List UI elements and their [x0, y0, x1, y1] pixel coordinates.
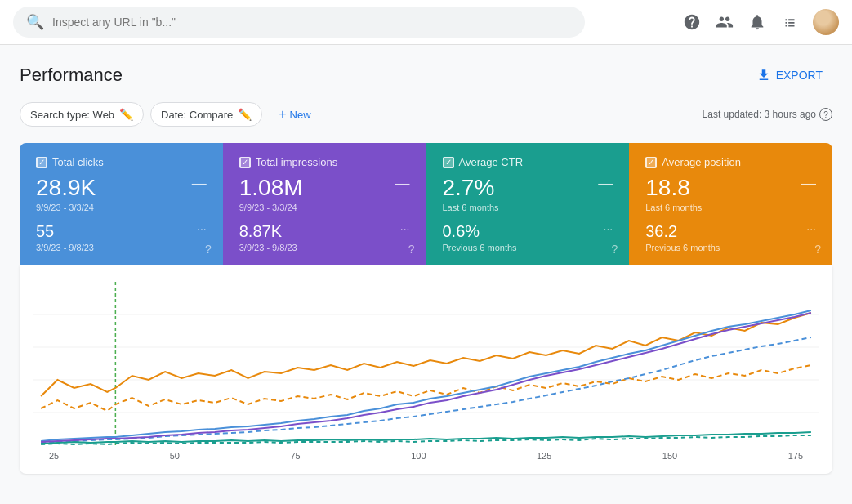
new-label: New	[290, 109, 311, 121]
ctr-compare-value: 0.6%	[443, 222, 480, 241]
position-checkbox[interactable]: ✓	[645, 157, 657, 168]
ctr-compare-period: Previous 6 months	[443, 243, 613, 252]
ctr-help-icon[interactable]: ?	[611, 243, 618, 256]
card-title-position: ✓ Average position	[645, 156, 816, 168]
position-compare-menu[interactable]: ···	[806, 222, 816, 235]
average-position-card[interactable]: ✓ Average position 18.8 — Last 6 months …	[629, 143, 832, 265]
card-title-ctr: ✓ Average CTR	[443, 156, 613, 168]
impressions-compare-period: 3/9/23 - 9/8/23	[239, 243, 410, 252]
search-type-edit-icon: ✏️	[119, 108, 133, 121]
search-type-label: Search type: Web	[30, 109, 114, 121]
clicks-help-icon[interactable]: ?	[205, 243, 212, 256]
date-compare-label: Date: Compare	[161, 109, 233, 121]
impressions-compare-value: 8.87K	[239, 222, 282, 241]
main-content: Performance EXPORT Search type: Web ✏️ D…	[0, 45, 852, 490]
x-label-150: 150	[662, 451, 677, 461]
clicks-label: Total clicks	[52, 156, 104, 168]
avatar[interactable]	[813, 9, 839, 35]
position-period: Last 6 months	[645, 203, 816, 212]
impressions-label: Total impressions	[256, 156, 337, 168]
apps-icon[interactable]	[780, 12, 800, 32]
position-label: Average position	[662, 156, 741, 168]
clicks-dash[interactable]: —	[192, 175, 207, 192]
new-filter-button[interactable]: + New	[269, 102, 320, 127]
ctr-value: 2.7%	[443, 175, 495, 201]
position-main-row: 18.8 —	[645, 175, 816, 201]
ctr-label: Average CTR	[459, 156, 524, 168]
performance-chart	[33, 282, 819, 445]
search-input[interactable]	[52, 16, 572, 29]
last-updated: Last updated: 3 hours ago ?	[703, 108, 832, 121]
clicks-compare-menu[interactable]: ···	[197, 222, 207, 235]
info-icon: ?	[819, 108, 832, 121]
position-compare-period: Previous 6 months	[645, 243, 816, 252]
search-bar[interactable]: 🔍	[13, 7, 585, 38]
x-axis: 25 50 75 100 125 150 175	[33, 448, 819, 461]
x-label-100: 100	[411, 451, 426, 461]
card-title-clicks: ✓ Total clicks	[36, 156, 207, 168]
total-clicks-card[interactable]: ✓ Total clicks 28.9K — 9/9/23 - 3/3/24 5…	[20, 143, 223, 265]
ctr-compare-row: 0.6% ···	[443, 222, 613, 241]
notifications-icon[interactable]	[747, 12, 767, 32]
x-label-25: 25	[49, 451, 59, 461]
clicks-checkbox[interactable]: ✓	[36, 157, 47, 168]
x-label-125: 125	[537, 451, 551, 461]
position-help-icon[interactable]: ?	[814, 243, 821, 256]
chart-area: 25 50 75 100 125 150 175	[20, 265, 832, 474]
position-compare-value: 36.2	[645, 222, 677, 241]
impressions-checkbox[interactable]: ✓	[239, 157, 251, 168]
export-button[interactable]: EXPORT	[747, 61, 832, 89]
ctr-period: Last 6 months	[443, 203, 613, 212]
search-type-filter[interactable]: Search type: Web ✏️	[20, 102, 144, 127]
position-compare-row: 36.2 ···	[645, 222, 816, 241]
clicks-value: 28.9K	[36, 175, 96, 201]
impressions-help-icon[interactable]: ?	[408, 243, 415, 256]
ctr-checkbox[interactable]: ✓	[443, 157, 454, 168]
x-label-175: 175	[788, 451, 803, 461]
help-icon[interactable]	[682, 12, 702, 32]
accounts-icon[interactable]	[715, 12, 734, 32]
impressions-compare-menu[interactable]: ···	[400, 222, 410, 235]
impressions-dash[interactable]: —	[395, 175, 410, 192]
filter-bar: Search type: Web ✏️ Date: Compare ✏️ + N…	[20, 102, 832, 127]
topbar: 🔍	[0, 0, 852, 45]
average-ctr-card[interactable]: ✓ Average CTR 2.7% — Last 6 months 0.6% …	[426, 143, 630, 265]
ctr-dash[interactable]: —	[598, 175, 613, 192]
clicks-main-row: 28.9K —	[36, 175, 207, 201]
ctr-main-row: 2.7% —	[443, 175, 613, 201]
impressions-main-row: 1.08M —	[239, 175, 410, 201]
total-impressions-card[interactable]: ✓ Total impressions 1.08M — 9/9/23 - 3/3…	[223, 143, 426, 265]
clicks-compare-value: 55	[36, 222, 54, 241]
page-title: Performance	[20, 65, 123, 86]
export-label: EXPORT	[776, 69, 823, 82]
impressions-period: 9/9/23 - 3/3/24	[239, 203, 410, 212]
clicks-compare-period: 3/9/23 - 9/8/23	[36, 243, 207, 252]
clicks-compare-row: 55 ···	[36, 222, 207, 241]
position-dash[interactable]: —	[801, 175, 816, 192]
performance-header: Performance EXPORT	[20, 61, 832, 89]
position-value: 18.8	[645, 175, 690, 201]
clicks-period: 9/9/23 - 3/3/24	[36, 203, 207, 212]
impressions-value: 1.08M	[239, 175, 303, 201]
date-compare-filter[interactable]: Date: Compare ✏️	[150, 102, 262, 127]
x-label-75: 75	[290, 451, 300, 461]
date-edit-icon: ✏️	[238, 108, 252, 121]
metric-cards: ✓ Total clicks 28.9K — 9/9/23 - 3/3/24 5…	[20, 143, 832, 265]
x-label-50: 50	[170, 451, 180, 461]
impressions-compare-row: 8.87K ···	[239, 222, 410, 241]
topbar-icons	[682, 9, 839, 35]
search-icon: 🔍	[26, 13, 44, 31]
card-title-impressions: ✓ Total impressions	[239, 156, 410, 168]
ctr-compare-menu[interactable]: ···	[604, 222, 613, 235]
